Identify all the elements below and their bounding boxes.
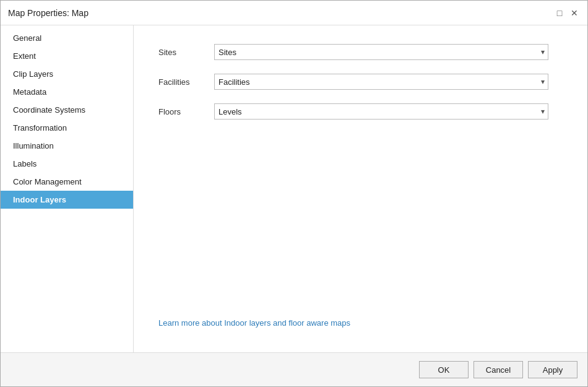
sidebar-item-illumination[interactable]: Illumination (1, 137, 133, 155)
facilities-label: Facilities (158, 77, 214, 87)
floors-select[interactable]: Levels (214, 103, 548, 120)
form-row-facilities: FacilitiesFacilities (158, 74, 563, 90)
sidebar-item-coordinate-systems[interactable]: Coordinate Systems (1, 101, 133, 119)
title-bar-controls: □ ✕ (554, 7, 580, 19)
sites-select[interactable]: Sites (214, 44, 548, 60)
sidebar-item-transformation[interactable]: Transformation (1, 119, 133, 137)
sidebar-item-general[interactable]: General (1, 29, 133, 47)
close-button[interactable]: ✕ (569, 7, 580, 19)
apply-button[interactable]: Apply (528, 361, 577, 378)
content-spacer (158, 133, 563, 318)
floors-label: Floors (158, 107, 214, 116)
cancel-button[interactable]: Cancel (473, 361, 523, 378)
floors-select-wrapper: Levels (214, 103, 548, 120)
form-row-floors: FloorsLevels (158, 103, 563, 120)
sidebar-item-extent[interactable]: Extent (1, 47, 133, 65)
sites-label: Sites (158, 48, 214, 57)
dialog-body: GeneralExtentClip LayersMetadataCoordina… (1, 25, 587, 352)
sites-select-wrapper: Sites (214, 44, 548, 60)
sidebar-item-color-management[interactable]: Color Management (1, 173, 133, 191)
dialog-footer: OK Cancel Apply (1, 352, 587, 386)
map-properties-dialog: Map Properties: Map □ ✕ GeneralExtentCli… (0, 0, 588, 387)
sidebar: GeneralExtentClip LayersMetadataCoordina… (1, 25, 134, 352)
sidebar-item-indoor-layers[interactable]: Indoor Layers (1, 191, 133, 209)
facilities-select-wrapper: Facilities (214, 74, 548, 90)
dialog-title: Map Properties: Map (8, 8, 89, 18)
ok-button[interactable]: OK (419, 361, 469, 378)
sidebar-item-metadata[interactable]: Metadata (1, 83, 133, 101)
content-area: SitesSitesFacilitiesFacilitiesFloorsLeve… (134, 25, 587, 352)
title-bar: Map Properties: Map □ ✕ (1, 1, 587, 25)
maximize-button[interactable]: □ (554, 7, 565, 19)
facilities-select[interactable]: Facilities (214, 74, 548, 90)
form-row-sites: SitesSites (158, 44, 563, 60)
sidebar-item-clip-layers[interactable]: Clip Layers (1, 65, 133, 83)
sidebar-item-labels[interactable]: Labels (1, 155, 133, 173)
learn-more-link[interactable]: Learn more about Indoor layers and floor… (158, 318, 563, 334)
